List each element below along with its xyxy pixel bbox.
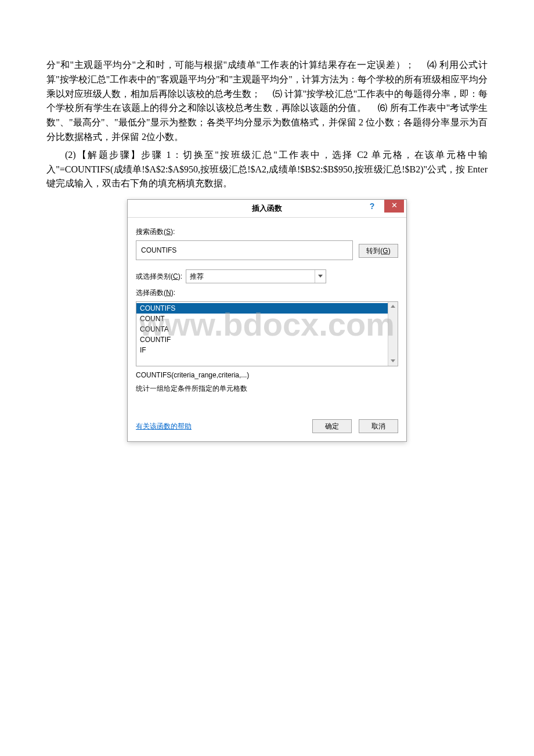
help-icon[interactable]: ? xyxy=(362,200,382,213)
num-4: ⑷ xyxy=(427,60,437,70)
p1-text-a: 分"和"主观题平均分"之和时，可能与根据"成绩单"工作表的计算结果存在一定误差）… xyxy=(46,60,425,70)
dialog-container: www.bdocx.com 插入函数 ? ✕ 搜索函数(S): 转到(G) xyxy=(46,199,488,442)
list-item[interactable]: COUNTIFS xyxy=(136,303,398,314)
search-label: 搜索函数(S): xyxy=(136,227,398,237)
scrollbar[interactable] xyxy=(388,302,398,366)
list-item[interactable]: COUNTIF xyxy=(136,334,398,345)
num-6: ⑹ xyxy=(378,103,387,113)
search-input[interactable] xyxy=(136,240,353,260)
category-select[interactable]: 推荐 xyxy=(186,269,326,283)
insert-function-dialog: 插入函数 ? ✕ 搜索函数(S): 转到(G) 或选择类别(C): xyxy=(127,199,407,442)
function-syntax: COUNTIFS(criteria_range,criteria,...) xyxy=(136,371,398,379)
ok-button[interactable]: 确定 xyxy=(312,419,352,433)
function-listbox[interactable]: COUNTIFS COUNT COUNTA COUNTIF IF xyxy=(136,301,398,366)
close-icon[interactable]: ✕ xyxy=(384,200,404,213)
select-function-label: 选择函数(N): xyxy=(136,288,398,298)
go-button[interactable]: 转到(G) xyxy=(359,244,398,258)
list-item[interactable]: IF xyxy=(136,345,398,355)
num-5: ⑸ xyxy=(273,89,282,99)
paragraph-1: 分"和"主观题平均分"之和时，可能与根据"成绩单"工作表的计算结果存在一定误差）… xyxy=(46,58,488,145)
scroll-down-icon[interactable] xyxy=(388,357,398,366)
dialog-title: 插入函数 xyxy=(252,203,282,214)
dialog-titlebar: 插入函数 ? ✕ xyxy=(128,200,406,218)
category-value: 推荐 xyxy=(190,272,204,282)
list-item[interactable]: COUNT xyxy=(136,314,398,324)
list-item[interactable]: COUNTA xyxy=(136,324,398,334)
paragraph-2: (2)【解题步骤】步骤 1：切换至"按班级汇总"工作表中，选择 C2 单元格，在… xyxy=(46,148,488,191)
cancel-button[interactable]: 取消 xyxy=(359,419,398,433)
help-link[interactable]: 有关该函数的帮助 xyxy=(136,422,192,431)
dialog-body: 搜索函数(S): 转到(G) 或选择类别(C): 推荐 xyxy=(128,218,406,441)
scroll-up-icon[interactable] xyxy=(388,302,398,311)
category-label: 或选择类别(C): xyxy=(136,272,182,282)
chevron-down-icon xyxy=(315,270,326,283)
function-description: 统计一组给定条件所指定的单元格数 xyxy=(136,384,398,394)
